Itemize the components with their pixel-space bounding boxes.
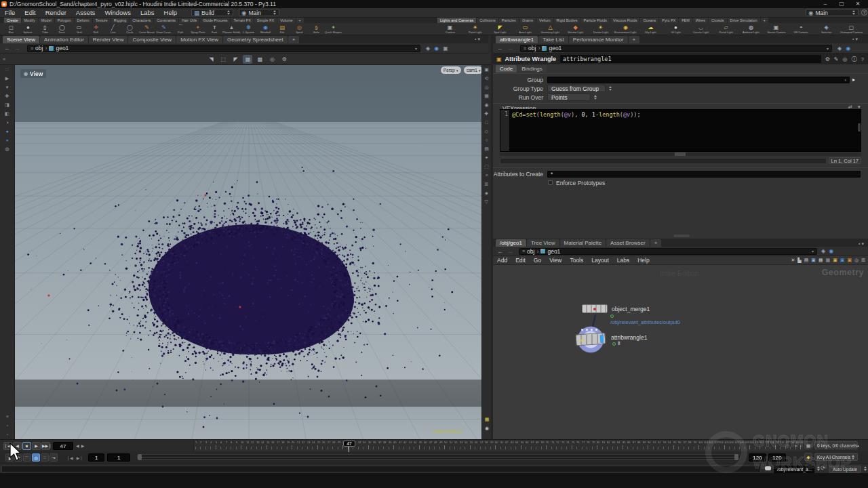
param-tab[interactable]: Bindings	[517, 65, 547, 73]
timeline-ruler[interactable]: 1234567891011121314151617181920212223242…	[193, 440, 804, 452]
network-icon[interactable]: ◎	[854, 258, 859, 263]
back-icon[interactable]: ←	[4, 45, 10, 52]
param-tab[interactable]: Code	[496, 65, 517, 73]
shelf-tool[interactable]: ▭ Area Light	[513, 23, 538, 35]
shelf-tool[interactable]: ✦ Quick Shapes	[325, 23, 342, 35]
shelf-tool[interactable]: ◍ Ambient Light	[738, 23, 764, 35]
pane-tab[interactable]: attribwrangle1	[496, 36, 538, 43]
message-bubble-icon[interactable]	[765, 466, 771, 470]
playback-toggle[interactable]: ⟳	[14, 453, 22, 462]
shelf-tool[interactable]: ▭ Grid	[71, 23, 87, 35]
range-end-icon[interactable]: ▶❘	[77, 455, 83, 460]
view-option-icon[interactable]: □	[482, 118, 491, 127]
range-end-field[interactable]: 120	[749, 453, 766, 462]
help-icon[interactable]: ?	[861, 9, 867, 16]
viewport-tool-icon[interactable]: ⬚	[218, 55, 228, 64]
code-line[interactable]: @Cd=set(length(@v), 0, 1-length(@v));	[509, 110, 641, 151]
shelf-tool[interactable]: ◓ VR Camera	[789, 23, 814, 35]
network-menu-item[interactable]: Labs	[613, 257, 633, 264]
tool-icon[interactable]: ◧	[0, 109, 14, 118]
shelf-tool[interactable]: ☀ Point Light	[462, 23, 488, 35]
pane-tab[interactable]: Geometry Spreadsheet	[223, 36, 288, 43]
view-option-icon[interactable]: ▦	[482, 415, 492, 424]
shelf-tool[interactable]: ▢ Gamepad Camera	[839, 23, 864, 35]
key-all-channels[interactable]: Key All Channels	[814, 453, 858, 461]
shelf-tool[interactable]: ◯ Circle	[121, 23, 138, 35]
shelf-tool[interactable]: ◈ Switcher	[814, 23, 839, 35]
shelf-tab[interactable]: Particle Fluids	[580, 18, 610, 23]
pane-grip[interactable]	[673, 235, 690, 237]
range-start-icon[interactable]: ❘◀	[66, 455, 73, 460]
viewport-tool-icon[interactable]: ⚙	[279, 55, 289, 64]
shelf-tab[interactable]: Wires	[693, 18, 708, 23]
view-option-icon[interactable]: ◉	[482, 100, 491, 109]
view-option-icon[interactable]: ▤	[482, 144, 491, 153]
range-start-field[interactable]: 1	[107, 453, 130, 462]
pane-menu-icon[interactable]: ▪ ▾	[859, 241, 864, 247]
range-handle-right[interactable]	[734, 454, 738, 460]
view-option-icon[interactable]: ◇	[482, 127, 491, 136]
breadcrumb[interactable]: geo1	[547, 248, 560, 255]
shelf-tab[interactable]: Rigid Bodies	[554, 18, 580, 23]
selector-path-field[interactable]: /obj/relevant_a...	[774, 466, 814, 473]
pane-tab[interactable]: Composite View	[128, 36, 176, 43]
desktop-selector[interactable]: ▦ Build	[191, 9, 233, 16]
spin-icon[interactable]	[816, 466, 821, 471]
select-arrow-icon[interactable]: ▸	[852, 77, 855, 83]
shelf-tool[interactable]: ● Sphere	[20, 23, 37, 35]
view-option-icon[interactable]: ◎	[482, 83, 491, 92]
menu-item[interactable]: Labs	[136, 8, 159, 18]
node-body[interactable]: ▰	[575, 332, 606, 346]
network-tab[interactable]: Tree View	[527, 239, 559, 247]
network-tab[interactable]: +	[650, 239, 662, 247]
network-tab[interactable]: Material Palette	[560, 239, 606, 247]
edit-icon[interactable]: ✎	[834, 56, 839, 62]
node-name-field[interactable]: attribwrangle1	[560, 55, 821, 63]
shelf-tab[interactable]: Particles	[499, 18, 519, 23]
playback-button[interactable]: ◀	[13, 442, 22, 450]
shelf-tab[interactable]: Lights and Cameras	[437, 18, 476, 23]
pane-tab[interactable]: Render View	[89, 36, 128, 43]
shelf-tab[interactable]: Viscous Fluids	[610, 18, 639, 23]
horizontal-scrollbar[interactable]	[500, 152, 861, 156]
network-icon[interactable]: ▣	[840, 258, 845, 263]
node-attribwrangle[interactable]: ▰ attribwrangle1 ▮	[577, 326, 604, 353]
menu-item[interactable]: File	[0, 8, 20, 18]
view-option-icon[interactable]: ✦	[482, 153, 491, 162]
chevron-down-icon[interactable]: ▾	[415, 46, 417, 51]
tool-icon[interactable]: ●	[0, 136, 14, 144]
vex-code-editor[interactable]: 1 @Cd=set(length(@v), 0, 1-length(@v));	[500, 109, 861, 152]
global-end-field[interactable]: 120	[768, 453, 786, 462]
view-option-icon[interactable]: ▦	[482, 92, 491, 100]
menu-item[interactable]: Windows	[100, 8, 136, 18]
pane-tab[interactable]: Motion FX View	[176, 36, 222, 43]
shelf-tool[interactable]: ☁ Sky Light	[638, 23, 663, 35]
maximize-button[interactable]: ▢	[835, 0, 848, 8]
menu-item[interactable]: Edit	[20, 8, 40, 18]
network-menu-item[interactable]: Layout	[587, 257, 613, 264]
shelf-tool[interactable]: ▯ Tube	[37, 23, 54, 35]
playback-button[interactable]: ▶	[32, 442, 41, 450]
shelf-tool[interactable]: ❆ L-System	[240, 23, 257, 35]
pane-tab[interactable]: Scene View	[3, 36, 39, 43]
minimize-button[interactable]: –	[819, 0, 831, 8]
playback-button[interactable]: ❘◀◀	[3, 442, 12, 450]
scene-viewport[interactable]: ◉ View Persp▾ cam1▾ Indie Edition	[15, 65, 481, 439]
network-icon[interactable]: ▦	[818, 258, 823, 263]
shelf-tool[interactable]: T Font	[206, 23, 223, 35]
path-field[interactable]: ≡ obj › geo1 ▾	[519, 248, 817, 255]
shelf-tool[interactable]: ◎ Spiral	[291, 23, 308, 35]
playback-range-slider[interactable]	[137, 454, 741, 460]
shelf-tool[interactable]: ▣ Camera	[437, 23, 462, 35]
back-icon[interactable]: ←	[497, 45, 503, 52]
spin-icon[interactable]	[593, 95, 597, 100]
tool-icon[interactable]: ✚	[0, 92, 14, 100]
node-body[interactable]	[582, 304, 608, 313]
network-icon[interactable]: ▩	[826, 258, 831, 263]
close-button[interactable]: ✕	[852, 0, 864, 8]
shelf-tool[interactable]: ☀ Distant Light	[588, 23, 613, 35]
shelf-tool[interactable]: ◡ Caustic Light	[688, 23, 713, 35]
tool-icon[interactable]: ◨	[0, 100, 14, 109]
forward-icon[interactable]: →	[507, 45, 513, 52]
shelf-tool[interactable]: ◻ Box	[3, 23, 20, 35]
